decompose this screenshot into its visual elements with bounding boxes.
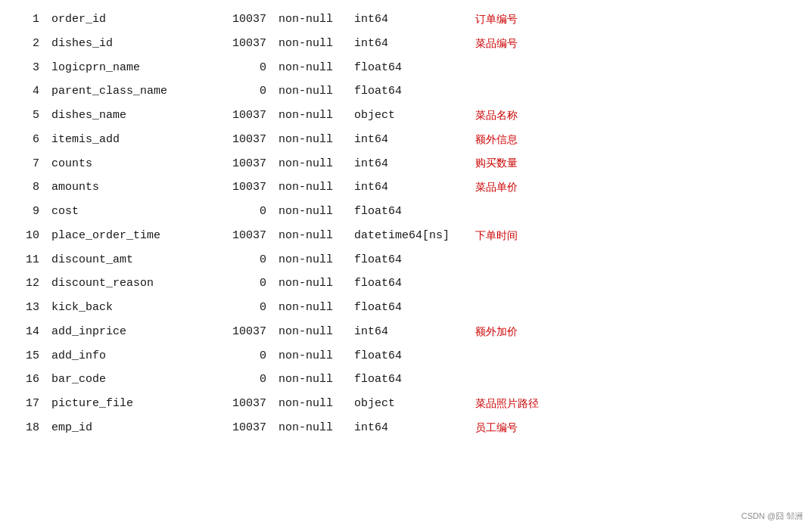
- row-field-name: order_id: [45, 8, 212, 32]
- table-row: 4 parent_class_name 0 non-null float64: [15, 79, 797, 104]
- row-count: 0: [212, 272, 272, 296]
- table-row: 16 bar_code 0 non-null float64: [15, 368, 797, 392]
- row-count: 10037: [212, 128, 272, 152]
- table-row: 9 cost 0 non-null float64: [15, 200, 797, 224]
- row-field-name: cost: [45, 200, 212, 224]
- row-dtype: float64: [348, 368, 469, 392]
- row-field-name: kick_back: [45, 296, 212, 320]
- row-index: 2: [15, 32, 45, 56]
- row-annotation: 员工编号: [469, 416, 797, 440]
- row-annotation: [469, 79, 797, 104]
- row-count: 10037: [212, 32, 272, 56]
- row-dtype: float64: [348, 296, 469, 320]
- row-index: 5: [15, 104, 45, 128]
- row-annotation: 额外加价: [469, 320, 797, 344]
- row-index: 12: [15, 272, 45, 296]
- row-annotation: 下单时间: [469, 224, 797, 248]
- row-field-name: itemis_add: [45, 128, 212, 152]
- table-row: 14 add_inprice 10037 non-null int64 额外加价: [15, 320, 797, 344]
- row-annotation: 购买数量: [469, 152, 797, 176]
- table-row: 17 picture_file 10037 non-null object 菜品…: [15, 392, 797, 416]
- row-null-label: non-null: [272, 368, 348, 392]
- row-field-name: place_order_time: [45, 224, 212, 248]
- row-dtype: float64: [348, 56, 469, 80]
- row-dtype: float64: [348, 200, 469, 224]
- row-index: 8: [15, 175, 45, 200]
- row-index: 16: [15, 368, 45, 392]
- row-field-name: logicprn_name: [45, 56, 212, 80]
- table-row: 2 dishes_id 10037 non-null int64 菜品编号: [15, 32, 797, 56]
- row-dtype: int64: [348, 152, 469, 176]
- row-count: 10037: [212, 416, 272, 440]
- row-null-label: non-null: [272, 392, 348, 416]
- row-field-name: amounts: [45, 175, 212, 200]
- table-row: 6 itemis_add 10037 non-null int64 额外信息: [15, 128, 797, 152]
- row-null-label: non-null: [272, 224, 348, 248]
- row-index: 17: [15, 392, 45, 416]
- row-dtype: float64: [348, 344, 469, 368]
- row-null-label: non-null: [272, 272, 348, 296]
- row-annotation: 订单编号: [469, 8, 797, 32]
- row-null-label: non-null: [272, 344, 348, 368]
- table-row: 11 discount_amt 0 non-null float64: [15, 248, 797, 272]
- row-annotation: [469, 200, 797, 224]
- row-field-name: picture_file: [45, 392, 212, 416]
- row-dtype: int64: [348, 320, 469, 344]
- row-dtype: int64: [348, 128, 469, 152]
- row-count: 10037: [212, 392, 272, 416]
- row-null-label: non-null: [272, 104, 348, 128]
- row-field-name: add_inprice: [45, 320, 212, 344]
- row-dtype: int64: [348, 32, 469, 56]
- table-row: 13 kick_back 0 non-null float64: [15, 296, 797, 320]
- row-dtype: int64: [348, 175, 469, 200]
- row-index: 1: [15, 8, 45, 32]
- row-dtype: int64: [348, 416, 469, 440]
- row-null-label: non-null: [272, 8, 348, 32]
- table-row: 18 emp_id 10037 non-null int64 员工编号: [15, 416, 797, 440]
- row-count: 10037: [212, 224, 272, 248]
- table-row: 8 amounts 10037 non-null int64 菜品单价: [15, 175, 797, 200]
- table-row: 12 discount_reason 0 non-null float64: [15, 272, 797, 296]
- row-annotation: 菜品单价: [469, 175, 797, 200]
- row-index: 18: [15, 416, 45, 440]
- row-dtype: datetime64[ns]: [348, 224, 469, 248]
- row-null-label: non-null: [272, 56, 348, 80]
- row-count: 10037: [212, 152, 272, 176]
- row-count: 0: [212, 200, 272, 224]
- row-index: 13: [15, 296, 45, 320]
- row-annotation: [469, 272, 797, 296]
- row-annotation: [469, 368, 797, 392]
- row-null-label: non-null: [272, 416, 348, 440]
- row-field-name: counts: [45, 152, 212, 176]
- row-null-label: non-null: [272, 320, 348, 344]
- row-field-name: add_info: [45, 344, 212, 368]
- row-count: 0: [212, 344, 272, 368]
- row-count: 10037: [212, 8, 272, 32]
- row-null-label: non-null: [272, 128, 348, 152]
- table-row: 10 place_order_time 10037 non-null datet…: [15, 224, 797, 248]
- row-field-name: bar_code: [45, 368, 212, 392]
- row-index: 11: [15, 248, 45, 272]
- row-null-label: non-null: [272, 175, 348, 200]
- row-annotation: 菜品照片路径: [469, 392, 797, 416]
- row-dtype: int64: [348, 8, 469, 32]
- row-count: 0: [212, 79, 272, 104]
- row-dtype: float64: [348, 79, 469, 104]
- row-count: 0: [212, 248, 272, 272]
- row-null-label: non-null: [272, 200, 348, 224]
- row-field-name: dishes_name: [45, 104, 212, 128]
- table-row: 5 dishes_name 10037 non-null object 菜品名称: [15, 104, 797, 128]
- row-field-name: parent_class_name: [45, 79, 212, 104]
- row-annotation: 菜品名称: [469, 104, 797, 128]
- row-index: 6: [15, 128, 45, 152]
- row-annotation: 菜品编号: [469, 32, 797, 56]
- watermark: CSDN @囧 邹洲: [742, 511, 803, 522]
- row-null-label: non-null: [272, 248, 348, 272]
- schema-table: 1 order_id 10037 non-null int64 订单编号 2 d…: [15, 8, 797, 440]
- row-count: 10037: [212, 104, 272, 128]
- table-row: 3 logicprn_name 0 non-null float64: [15, 56, 797, 80]
- row-index: 3: [15, 56, 45, 80]
- row-annotation: 额外信息: [469, 128, 797, 152]
- row-count: 0: [212, 296, 272, 320]
- row-annotation: [469, 56, 797, 80]
